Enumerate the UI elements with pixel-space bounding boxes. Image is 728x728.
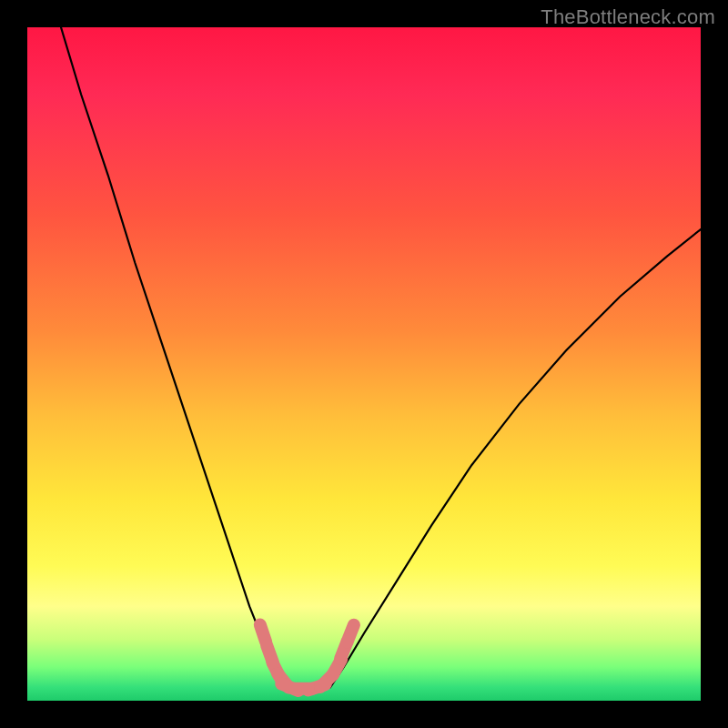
curve-svg: [27, 27, 701, 701]
plot-area: [27, 27, 701, 701]
valley-markers: [260, 625, 354, 691]
curve-left: [61, 27, 283, 687]
curve-right: [330, 229, 701, 687]
chart-frame: TheBottleneck.com: [0, 0, 728, 728]
valley-marker: [348, 625, 354, 642]
watermark-text: TheBottleneck.com: [541, 5, 715, 29]
